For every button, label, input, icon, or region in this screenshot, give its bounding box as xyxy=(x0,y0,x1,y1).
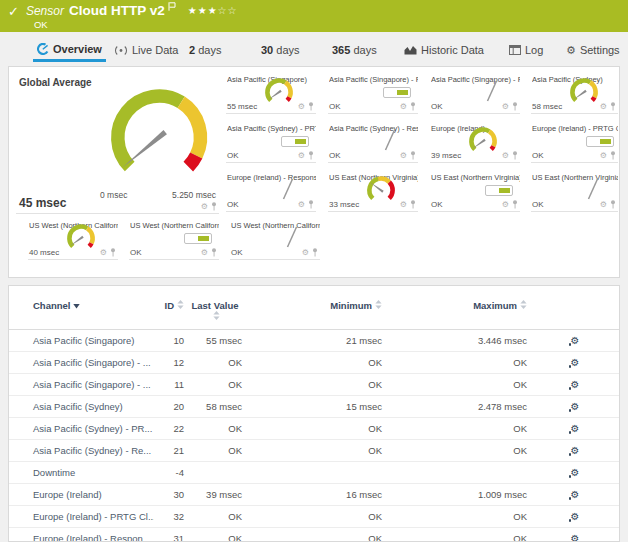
channel-settings-icon[interactable]: ⚙ xyxy=(571,424,580,434)
star-empty-icon[interactable]: ☆ xyxy=(218,5,228,16)
channels-panel: ChannelIDLast ValueMinimumMaximumAsia Pa… xyxy=(8,285,620,542)
gauge-tile-8[interactable]: Europe (Ireland) - PRTG Cloud...OK⚙ xyxy=(531,122,618,163)
gear-icon[interactable]: ⚙ xyxy=(400,103,407,111)
tile-value: 58 msec xyxy=(532,102,562,111)
tile-title: Europe (Ireland) - Response C... xyxy=(227,173,316,182)
gauge-tile-11[interactable]: US East (Northern Virginia) - ...OK⚙ xyxy=(430,171,520,212)
column-header-minimum[interactable]: Minimum xyxy=(244,298,384,329)
cell-maximum xyxy=(384,461,529,483)
cell-maximum: OK xyxy=(384,373,529,395)
cell-maximum: 2.478 msec xyxy=(384,395,529,417)
gear-icon[interactable]: ⚙ xyxy=(502,152,509,160)
gauge-tile-15[interactable]: US West (Northern California)...OK⚙ xyxy=(230,219,320,260)
needle-icon xyxy=(586,177,600,205)
pin-icon[interactable] xyxy=(410,151,416,160)
tab-live-data[interactable]: Live Data xyxy=(110,38,182,62)
tile-actions: ⚙ xyxy=(298,151,314,160)
star-filled-icon[interactable]: ★ xyxy=(188,5,198,16)
tab-overview[interactable]: Overview xyxy=(33,38,106,62)
gear-icon[interactable]: ⚙ xyxy=(600,152,607,160)
pin-icon[interactable] xyxy=(308,151,314,160)
gear-icon[interactable]: ⚙ xyxy=(298,103,305,111)
channel-settings-icon[interactable]: ⚙ xyxy=(571,512,580,522)
gauge-tile-10[interactable]: US East (Northern Virginia)33 msec⚙ xyxy=(328,171,418,212)
tile-value: OK xyxy=(431,102,443,111)
channel-settings-icon[interactable]: ⚙ xyxy=(571,380,580,390)
live-data-icon xyxy=(114,45,128,56)
tab-log[interactable]: Log xyxy=(505,38,547,62)
gauge-tile-7[interactable]: Europe (Ireland)39 msec⚙ xyxy=(430,122,520,163)
historic-data-icon xyxy=(404,45,417,55)
cell-channel: Europe (Ireland) - Respon... xyxy=(9,527,154,542)
channel-settings-icon[interactable]: ⚙ xyxy=(571,402,580,412)
pin-icon[interactable] xyxy=(308,102,314,111)
gauge-tile-12[interactable]: US East (Northern Virginia) - ...OK⚙ xyxy=(531,171,618,212)
pin-icon[interactable] xyxy=(512,102,518,111)
channel-settings-icon[interactable]: ⚙ xyxy=(571,468,580,478)
gear-icon[interactable]: ⚙ xyxy=(201,249,208,257)
pin-icon[interactable] xyxy=(512,151,518,160)
gear-icon[interactable]: ⚙ xyxy=(298,152,305,160)
gear-icon[interactable]: ⚙ xyxy=(502,201,509,209)
gear-icon[interactable]: ⚙ xyxy=(600,103,607,111)
pin-icon[interactable] xyxy=(610,102,616,111)
cell-minimum xyxy=(244,461,384,483)
channel-settings-icon[interactable]: ⚙ xyxy=(571,446,580,456)
gauge-tile-1[interactable]: Asia Pacific (Singapore)55 msec⚙ xyxy=(226,73,316,114)
cell-channel: Asia Pacific (Sydney) - Re... xyxy=(9,439,154,461)
tile-value: OK xyxy=(329,102,341,111)
tab-365-days[interactable]: 365 days xyxy=(328,38,381,62)
pin-icon[interactable] xyxy=(211,202,217,211)
gear-icon[interactable]: ⚙ xyxy=(400,201,407,209)
pin-icon[interactable] xyxy=(512,200,518,209)
gear-icon[interactable]: ⚙ xyxy=(600,201,607,209)
column-header-id[interactable]: ID xyxy=(154,298,186,329)
star-empty-icon[interactable]: ☆ xyxy=(228,5,238,16)
column-header-channel[interactable]: Channel xyxy=(9,298,154,329)
pin-icon[interactable] xyxy=(610,200,616,209)
gear-icon[interactable]: ⚙ xyxy=(201,203,208,211)
pin-icon[interactable] xyxy=(410,200,416,209)
gear-icon[interactable]: ⚙ xyxy=(302,249,309,257)
pin-icon[interactable] xyxy=(211,248,217,257)
gauge-tile-4[interactable]: Asia Pacific (Sydney)58 msec⚙ xyxy=(531,73,618,114)
tab-2-days[interactable]: 2 days xyxy=(185,38,225,62)
tab-settings[interactable]: ⚙Settings xyxy=(562,38,624,62)
channel-settings-icon[interactable]: ⚙ xyxy=(571,534,580,542)
pin-icon[interactable] xyxy=(308,200,314,209)
tile-value: OK xyxy=(532,200,544,209)
gauge-tile-13[interactable]: US West (Northern California)40 msec⚙ xyxy=(28,219,118,260)
tile-title: Asia Pacific (Sydney) - Respo... xyxy=(329,124,418,133)
gear-icon[interactable]: ⚙ xyxy=(100,249,107,257)
tile-value: 33 msec xyxy=(329,200,359,209)
pin-icon[interactable] xyxy=(610,151,616,160)
gauge-tile-14[interactable]: US West (Northern California)...OK⚙ xyxy=(129,219,219,260)
tile-actions: ⚙ xyxy=(400,200,416,209)
gauge-tile-3[interactable]: Asia Pacific (Singapore) - Res...OK⚙ xyxy=(430,73,520,114)
gauge-tile-5[interactable]: Asia Pacific (Sydney) - PRTG ...OK⚙ xyxy=(226,122,316,163)
column-header-last-value[interactable]: Last Value xyxy=(186,298,244,329)
channel-settings-icon[interactable]: ⚙ xyxy=(571,336,580,346)
channel-settings-icon[interactable]: ⚙ xyxy=(571,490,580,500)
column-header-maximum[interactable]: Maximum xyxy=(384,298,529,329)
star-filled-icon[interactable]: ★ xyxy=(208,5,218,16)
gauge-tile-2[interactable]: Asia Pacific (Singapore) - PR...OK⚙ xyxy=(328,73,418,114)
pin-icon[interactable] xyxy=(312,248,318,257)
gauge-tile-global[interactable]: Global Average 0 msec 5.250 msec 45 msec… xyxy=(16,73,219,214)
pin-icon[interactable] xyxy=(410,102,416,111)
cell-id: 30 xyxy=(154,483,186,505)
pin-icon[interactable] xyxy=(110,248,116,257)
star-filled-icon[interactable]: ★ xyxy=(198,5,208,16)
gear-icon[interactable]: ⚙ xyxy=(298,201,305,209)
gauge-tile-9[interactable]: Europe (Ireland) - Response C...OK⚙ xyxy=(226,171,316,212)
status-bar-icon xyxy=(586,136,614,147)
gear-icon[interactable]: ⚙ xyxy=(400,152,407,160)
gauge-tile-6[interactable]: Asia Pacific (Sydney) - Respo...OK⚙ xyxy=(328,122,418,163)
tab-30-days[interactable]: 30 days xyxy=(257,38,304,62)
tab-historic-data[interactable]: Historic Data xyxy=(400,38,488,62)
log-icon xyxy=(509,45,521,55)
flag-icon[interactable] xyxy=(168,2,176,11)
gear-icon[interactable]: ⚙ xyxy=(502,103,509,111)
cell-maximum: OK xyxy=(384,351,529,373)
channel-settings-icon[interactable]: ⚙ xyxy=(571,358,580,368)
